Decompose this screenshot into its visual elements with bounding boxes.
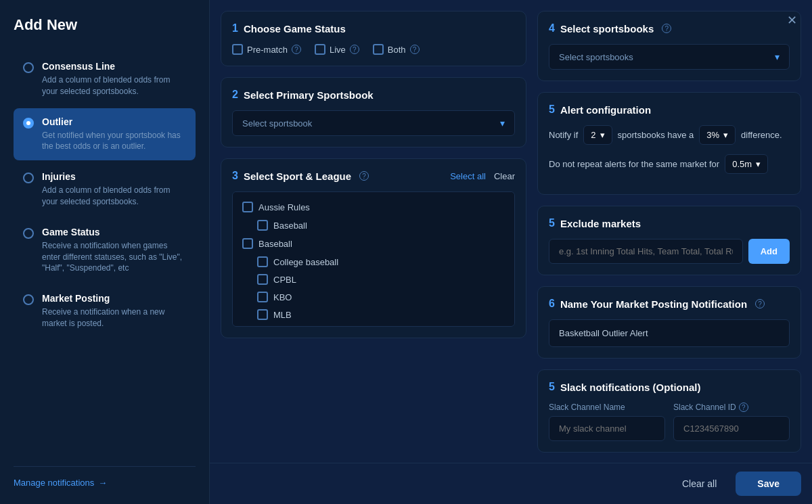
live-checkbox[interactable] (315, 44, 325, 55)
step4-title: Select sportsbooks (560, 23, 654, 35)
league-college-baseball[interactable]: College baseball (233, 253, 514, 271)
slack-channel-name-group: Slack Channel Name (549, 403, 665, 441)
slack-channel-id-group: Slack Channel ID ? (673, 403, 790, 441)
game-status-options: Pre-match ? Live ? Both ? (232, 44, 515, 55)
left-column: 1 Choose Game Status Pre-match ? Live ? (221, 11, 526, 452)
sport-league-list[interactable]: Aussie Rules Baseball Baseball College b… (232, 191, 515, 327)
kbo-checkbox[interactable] (257, 292, 268, 302)
sidebar-item-consensus-line[interactable]: Consensus Line Add a column of blended o… (14, 53, 196, 106)
select-all-button[interactable]: Select all (450, 171, 486, 181)
step3-card: 3 Select Sport & League ? Select all Cle… (221, 158, 526, 338)
slack-channel-id-label: Slack Channel ID ? (673, 403, 790, 412)
sportsbooks-multiselect[interactable]: Select sportsbooks ▾ (549, 44, 790, 70)
league-baseball-sub[interactable]: Baseball (233, 216, 514, 234)
exclude-markets-input[interactable] (549, 239, 743, 264)
slack-channel-name-input[interactable] (549, 416, 665, 441)
add-market-button[interactable]: Add (748, 239, 790, 264)
sport-group-aussie-rules[interactable]: Aussie Rules (233, 198, 514, 216)
step3-header: 3 Select Sport & League ? Select all Cle… (232, 170, 515, 182)
sport-group-label: Aussie Rules (258, 202, 310, 212)
league-mlb[interactable]: MLB (233, 306, 514, 323)
sidebar-item-game-status[interactable]: Game Status Receive a notification when … (14, 219, 196, 282)
sportsbooks-have-a-text: sportsbooks have a (618, 130, 694, 140)
right-column: 4 Select sportsbooks ? Select sportsbook… (537, 11, 801, 452)
live-help-icon[interactable]: ? (350, 45, 359, 54)
step5-exclude-title: Exclude markets (560, 218, 641, 229)
notify-count-select[interactable]: 2 ▾ (583, 125, 612, 145)
pre-match-checkbox[interactable] (232, 44, 243, 55)
slack-id-help-icon[interactable]: ? (739, 403, 748, 412)
step2-card: 2 Select Primary Sportsbook Select sport… (221, 77, 526, 147)
sportsbook-placeholder: Select sportsbook (242, 118, 312, 129)
both-help-icon[interactable]: ? (410, 45, 420, 54)
sportsbook-select[interactable]: Select sportsbook ▾ (232, 110, 515, 136)
radio-game-status (23, 228, 34, 239)
step3-help-icon[interactable]: ? (359, 171, 369, 181)
cpbl-checkbox[interactable] (257, 274, 268, 285)
radio-consensus-line (23, 62, 34, 73)
close-button[interactable]: ✕ (782, 11, 801, 30)
live-label: Live (330, 45, 346, 55)
sidebar-item-injuries[interactable]: Injuries Add a column of blended odds fr… (14, 163, 196, 216)
step5-slack-header: 5 Slack notifications (Optional) (549, 381, 790, 393)
league-label: College baseball (273, 257, 338, 267)
both-label: Both (388, 45, 406, 55)
step6-number: 6 (549, 298, 555, 310)
notification-name-input[interactable] (549, 319, 790, 347)
live-option[interactable]: Live ? (315, 44, 359, 55)
sport-group-baseball[interactable]: Baseball (233, 234, 514, 253)
slack-inputs: Slack Channel Name Slack Channel ID ? (549, 403, 790, 441)
step2-header: 2 Select Primary Sportsbook (232, 89, 515, 101)
sidebar-item-desc: Add a column of blended odds from your s… (42, 185, 186, 208)
slack-channel-id-input[interactable] (673, 416, 790, 441)
league-label: MLB (273, 310, 292, 320)
sidebar-item-outlier[interactable]: Outlier Get notified when your sportsboo… (14, 108, 196, 161)
clear-button[interactable]: Clear (494, 171, 515, 181)
step6-title: Name Your Market Posting Notification (560, 298, 747, 310)
baseball-checkbox[interactable] (242, 238, 253, 249)
slack-channel-name-label: Slack Channel Name (549, 403, 665, 412)
step2-number: 2 (232, 89, 238, 101)
sidebar-footer: Manage notifications → (14, 466, 196, 488)
league-label: Baseball (273, 221, 307, 231)
step5-slack-number: 5 (549, 381, 555, 393)
step6-card: 6 Name Your Market Posting Notification … (537, 286, 801, 359)
repeat-duration-select[interactable]: 0.5m ▾ (725, 154, 768, 174)
pre-match-help-icon[interactable]: ? (292, 45, 301, 54)
step2-title: Select Primary Sportsbook (244, 89, 374, 101)
both-checkbox[interactable] (373, 44, 384, 55)
step5-slack-title: Slack notifications (Optional) (560, 382, 701, 393)
baseball-sub-checkbox[interactable] (257, 220, 268, 231)
sidebar-item-label: Outlier (42, 116, 186, 127)
sidebar-item-desc: Get notified when your sportsbook has th… (42, 130, 186, 153)
notify-count-chevron: ▾ (600, 130, 605, 140)
sidebar-item-label: Consensus Line (42, 61, 186, 72)
step3-number: 3 (232, 170, 238, 182)
clear-all-button[interactable]: Clear all (671, 472, 727, 496)
difference-text: difference. (741, 130, 782, 140)
close-icon: ✕ (787, 13, 797, 28)
sidebar-item-label: Market Posting (42, 293, 186, 304)
step5-alert-title: Alert configuration (560, 104, 651, 116)
league-cpbl[interactable]: CPBL (233, 271, 514, 288)
sportsbooks-placeholder: Select sportsbooks (559, 52, 633, 62)
college-baseball-checkbox[interactable] (257, 256, 268, 267)
mlb-checkbox[interactable] (257, 309, 268, 320)
save-button[interactable]: Save (736, 472, 801, 496)
manage-notifications-link[interactable]: Manage notifications → (14, 478, 196, 488)
pre-match-label: Pre-match (247, 45, 288, 55)
sidebar-item-label: Game Status (42, 227, 186, 237)
do-not-repeat-row: Do not repeat alerts for the same market… (549, 154, 790, 174)
sidebar-item-market-posting[interactable]: Market Posting Receive a notification wh… (14, 285, 196, 338)
percent-select[interactable]: 3% ▾ (699, 125, 736, 145)
pre-match-option[interactable]: Pre-match ? (232, 44, 301, 55)
step5-exclude-header: 5 Exclude markets (549, 217, 790, 229)
sidebar-item-desc: Receive a notification when games enter … (42, 240, 186, 274)
aussie-rules-checkbox[interactable] (242, 202, 253, 212)
both-option[interactable]: Both ? (373, 44, 420, 55)
step4-help-icon[interactable]: ? (662, 24, 671, 33)
chevron-down-icon: ▾ (500, 118, 505, 129)
manage-notifications-arrow: → (98, 478, 107, 488)
league-kbo[interactable]: KBO (233, 288, 514, 306)
step6-help-icon[interactable]: ? (755, 299, 765, 308)
